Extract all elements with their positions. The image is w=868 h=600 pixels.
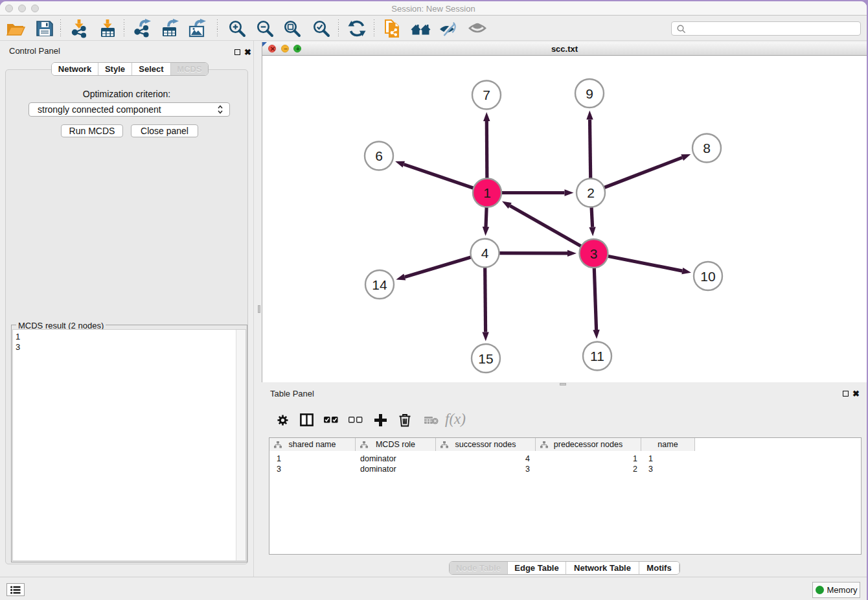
svg-text:9: 9 bbox=[586, 86, 593, 101]
svg-text:15: 15 bbox=[478, 351, 493, 366]
svg-text:7: 7 bbox=[483, 87, 490, 102]
svg-text:4: 4 bbox=[481, 246, 489, 260]
svg-text:11: 11 bbox=[590, 349, 604, 363]
svg-text:3: 3 bbox=[590, 246, 598, 261]
svg-text:6: 6 bbox=[375, 148, 383, 163]
svg-text:8: 8 bbox=[703, 141, 711, 156]
svg-text:1: 1 bbox=[483, 185, 491, 200]
svg-text:10: 10 bbox=[700, 269, 715, 284]
svg-text:2: 2 bbox=[587, 185, 595, 200]
svg-text:14: 14 bbox=[372, 277, 387, 292]
